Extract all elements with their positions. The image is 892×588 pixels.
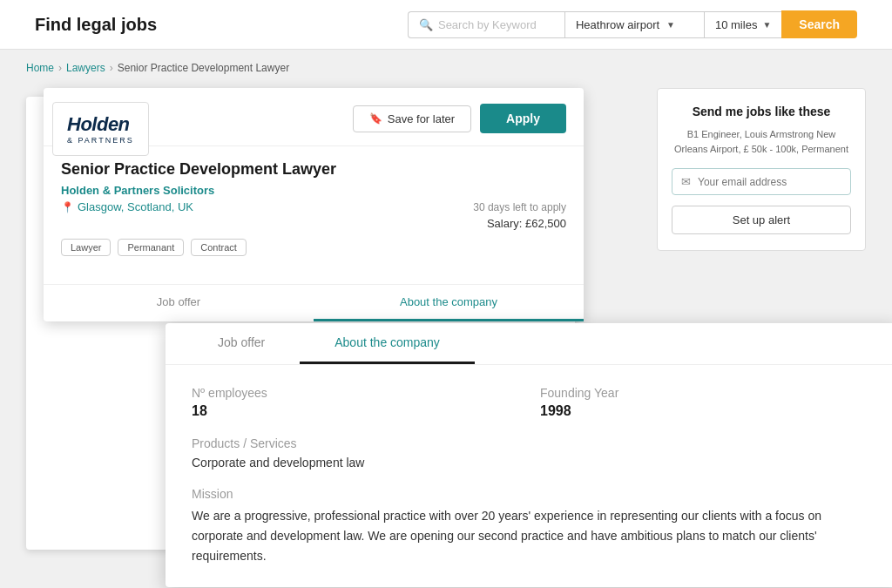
job-meta-row: 📍 Glasgow, Scotland, UK 30 days left to … <box>61 200 566 213</box>
breadcrumb-sep-1: › <box>58 62 62 74</box>
bookmark-icon: 🔖 <box>369 112 382 125</box>
company-tab-job-offer[interactable]: Job offer <box>183 323 300 364</box>
salary-row: Salary: £62,500 <box>61 217 566 230</box>
job-title: Senior Practice Development Lawyer <box>61 160 566 179</box>
breadcrumb: Home › Lawyers › Senior Practice Develop… <box>26 62 866 74</box>
tab-job-offer[interactable]: Job offer <box>44 285 314 321</box>
send-jobs-panel: Send me jobs like these B1 Engineer, Lou… <box>657 88 866 251</box>
email-input[interactable] <box>698 176 841 188</box>
tags-row: Lawyer Permanant Contract <box>61 239 566 256</box>
employees-value: 18 <box>192 403 523 419</box>
location-row: 📍 Glasgow, Scotland, UK <box>61 200 193 213</box>
cards-container: Holden & PARTNERS 🔖 Save for later Apply… <box>26 88 866 576</box>
breadcrumb-sep-2: › <box>110 62 113 74</box>
search-bar: 🔍 Search by Keyword Heathrow airport ▼ 1… <box>408 10 857 38</box>
mission-label: Mission <box>192 487 871 501</box>
keyword-placeholder: Search by Keyword <box>438 18 537 31</box>
chevron-down-icon: ▼ <box>762 20 771 30</box>
apply-button[interactable]: Apply <box>480 104 566 133</box>
email-icon: ✉ <box>681 175 691 188</box>
distance-value: 10 miles <box>715 18 757 31</box>
chevron-down-icon: ▼ <box>666 20 675 30</box>
employees-block: Nº employees 18 <box>192 386 523 419</box>
job-card-body: Senior Practice Development Lawyer Holde… <box>44 146 584 279</box>
days-left: 30 days left to apply <box>473 201 566 213</box>
tag-permanant: Permanant <box>118 239 184 256</box>
founding-label: Founding Year <box>540 386 871 400</box>
tag-contract: Contract <box>191 239 247 256</box>
job-card-tabs: Job offer About the company <box>44 284 584 321</box>
search-icon: 🔍 <box>419 18 433 31</box>
location-text: Glasgow, Scotland, UK <box>78 200 193 213</box>
company-content: Nº employees 18 Founding Year 1998 Produ… <box>166 365 892 587</box>
mission-text: We are a progressive, professional pract… <box>192 506 871 566</box>
company-name[interactable]: Holden & Partners Solicitors <box>61 184 566 197</box>
distance-select[interactable]: 10 miles ▼ <box>704 11 781 38</box>
main-content: Home › Lawyers › Senior Practice Develop… <box>0 50 892 588</box>
info-grid: Nº employees 18 Founding Year 1998 <box>192 386 871 419</box>
search-button[interactable]: Search <box>781 10 857 38</box>
company-info-tabs: Job offer About the company <box>166 323 892 365</box>
location-select[interactable]: Heathrow airport ▼ <box>564 11 704 38</box>
logo-subtitle: & PARTNERS <box>67 136 134 145</box>
site-title: Find legal jobs <box>35 15 157 35</box>
breadcrumb-home[interactable]: Home <box>26 62 54 74</box>
email-input-wrapper[interactable]: ✉ <box>672 168 851 195</box>
founding-value: 1998 <box>540 403 871 419</box>
location-pin-icon: 📍 <box>61 201 74 213</box>
tab-about-company[interactable]: About the company <box>314 285 584 321</box>
breadcrumb-current: Senior Practice Development Lawyer <box>118 62 289 74</box>
company-logo: Holden & PARTNERS <box>52 102 149 156</box>
logo-name: Holden <box>67 113 134 136</box>
tag-lawyer: Lawyer <box>61 239 111 256</box>
salary: Salary: £62,500 <box>487 217 566 230</box>
save-for-later-button[interactable]: 🔖 Save for later <box>353 105 471 132</box>
founding-block: Founding Year 1998 <box>540 386 871 419</box>
company-info-panel: Job offer About the company Nº employees… <box>166 323 892 587</box>
send-jobs-description: B1 Engineer, Louis Armstrong New Orleans… <box>672 127 851 156</box>
breadcrumb-lawyers[interactable]: Lawyers <box>66 62 105 74</box>
products-value: Corporate and development law <box>192 456 871 470</box>
company-tab-about[interactable]: About the company <box>300 323 475 364</box>
header: Find legal jobs 🔍 Search by Keyword Heat… <box>0 0 892 50</box>
products-label: Products / Services <box>192 436 871 450</box>
setup-alert-button[interactable]: Set up alert <box>672 206 851 234</box>
employees-label: Nº employees <box>192 386 523 400</box>
keyword-input-wrapper[interactable]: 🔍 Search by Keyword <box>408 11 564 38</box>
location-value: Heathrow airport <box>576 18 659 31</box>
send-jobs-title: Send me jobs like these <box>672 105 851 118</box>
